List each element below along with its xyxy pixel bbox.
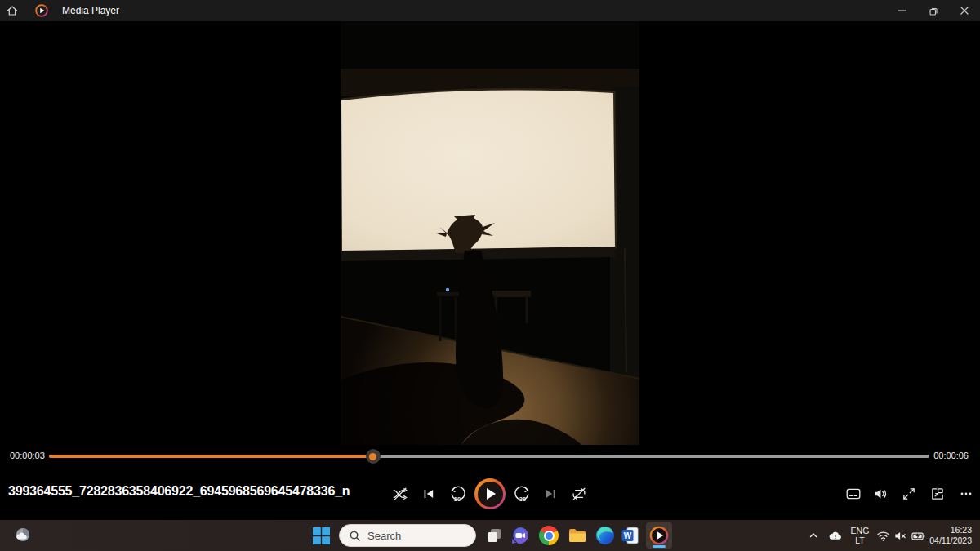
search-icon [349,530,361,542]
close-button[interactable] [949,0,980,21]
restore-button[interactable] [918,0,949,21]
volume-button[interactable] [868,482,893,506]
mini-player-icon [929,486,946,502]
minimize-icon [898,6,907,16]
play-icon [487,488,496,500]
volume-muted-icon [893,529,907,543]
tray-show-hidden-button[interactable] [804,522,823,549]
task-view-icon [485,527,503,544]
home-icon [6,4,19,17]
elapsed-time: 00:00:03 [10,451,45,460]
tray-network-button[interactable] [874,522,892,549]
home-button[interactable] [0,0,24,21]
taskbar-search[interactable]: Search [339,524,476,547]
close-icon [960,6,969,16]
fullscreen-icon [901,486,917,502]
rewind-10-label: 10 [448,495,466,503]
taskbar-app-edge[interactable] [592,522,618,549]
video-player[interactable] [341,21,639,445]
rewind-10-icon: 10 [448,485,466,503]
media-player-taskbar-icon [649,526,669,545]
svg-text:W: W [624,531,632,540]
media-filename: 399364555_7282836358406922_6945968569645… [8,484,350,499]
seek-played [49,455,373,458]
rewind-10-button[interactable]: 10 [445,482,470,506]
mini-player-button[interactable] [925,482,950,506]
wifi-icon [876,529,890,543]
windows-logo-icon [313,527,330,544]
restore-icon [929,6,939,16]
weather-cloudy-icon [13,526,33,545]
task-view-button[interactable] [481,522,507,549]
search-placeholder: Search [368,530,401,542]
video-frame [341,21,639,445]
seek-handle[interactable] [366,449,381,464]
taskbar-app-word[interactable]: W [617,522,644,549]
media-player-logo-icon [35,4,48,17]
window-title: Media Player [62,5,119,16]
titlebar: Media Player [0,0,980,21]
subtitles-icon [845,486,862,502]
language-line1: ENG [851,526,870,535]
app-logo [29,0,54,21]
more-options-icon [959,487,973,501]
forward-30-button[interactable]: 30 [510,482,535,506]
repeat-button[interactable] [567,482,591,506]
forward-30-label: 30 [514,495,532,503]
word-icon: W [621,526,640,545]
tray-language-switcher[interactable]: ENG LT [848,522,872,549]
cloud-icon [827,528,843,544]
tray-volume-button[interactable] [891,522,909,549]
remaining-time: 00:00:06 [933,451,969,460]
minimize-button[interactable] [887,0,918,21]
repeat-off-icon [571,486,587,502]
widgets-weather-button[interactable] [10,522,36,549]
more-options-button[interactable] [954,482,978,506]
shuffle-off-icon [392,486,408,502]
taskbar-app-media-player[interactable] [646,522,672,549]
tray-time: 16:23 [951,525,972,535]
taskbar: Search [0,520,980,551]
play-button[interactable] [474,478,506,509]
next-track-icon [543,487,558,501]
chevron-up-icon [808,530,819,541]
media-player-window: Media Player [0,0,980,551]
subtitles-button[interactable] [841,482,866,506]
start-button[interactable] [308,522,334,549]
seek-bar[interactable] [49,455,929,458]
chrome-icon [539,526,559,545]
next-button[interactable] [538,482,563,506]
tray-clock[interactable]: 16:23 04/11/2023 [921,522,972,549]
taskbar-app-chat[interactable] [507,522,533,549]
taskbar-app-chrome[interactable] [536,522,562,549]
shuffle-button[interactable] [388,482,412,506]
play-button-inner [478,482,503,507]
tray-onedrive-button[interactable] [825,522,844,549]
tray-date: 04/11/2023 [929,535,972,546]
active-running-indicator [653,545,666,548]
chat-icon [510,526,530,545]
edge-icon [595,526,615,545]
fullscreen-button[interactable] [897,482,921,506]
forward-30-icon: 30 [514,485,532,503]
language-line2: LT [855,535,864,545]
folder-icon [568,526,587,545]
previous-track-icon [421,487,436,501]
taskbar-app-explorer[interactable] [564,522,590,549]
volume-icon [872,486,889,502]
previous-button[interactable] [416,482,441,506]
